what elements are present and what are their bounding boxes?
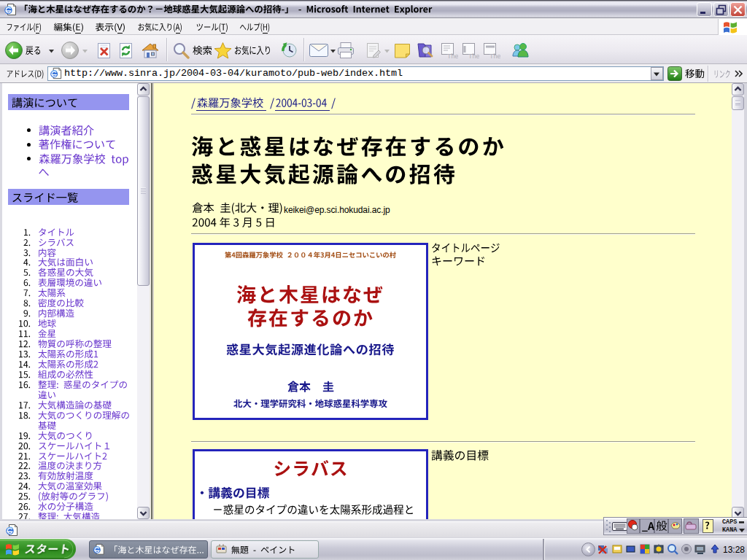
svg-text:The: The [468,52,479,60]
svg-text:The: The [489,52,500,60]
svg-text:The: The [447,52,458,60]
